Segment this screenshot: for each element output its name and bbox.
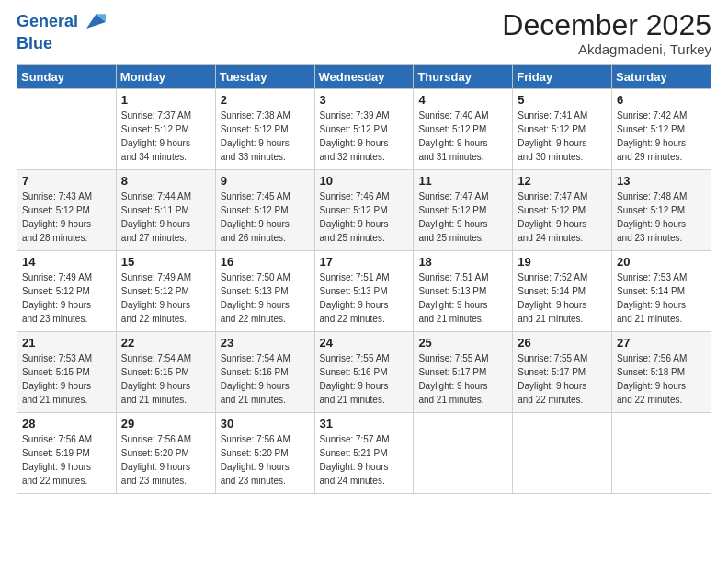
day-number: 2 [221, 93, 310, 107]
col-sunday: Sunday [17, 65, 117, 89]
day-info: Sunrise: 7:56 AMSunset: 5:19 PMDaylight:… [22, 432, 111, 488]
header-row: Sunday Monday Tuesday Wednesday Thursday… [17, 65, 711, 89]
table-row [612, 413, 711, 494]
day-info: Sunrise: 7:48 AMSunset: 5:12 PMDaylight:… [617, 190, 706, 245]
day-info: Sunrise: 7:51 AMSunset: 5:13 PMDaylight:… [418, 270, 507, 326]
day-info: Sunrise: 7:43 AMSunset: 5:12 PMDaylight:… [22, 190, 111, 245]
day-number: 8 [121, 174, 210, 188]
day-number: 14 [22, 255, 111, 269]
week-row-3: 21Sunrise: 7:53 AMSunset: 5:15 PMDayligh… [17, 332, 711, 413]
day-number: 25 [418, 336, 507, 350]
table-row: 16Sunrise: 7:50 AMSunset: 5:13 PMDayligh… [215, 251, 314, 332]
table-row: 24Sunrise: 7:55 AMSunset: 5:16 PMDayligh… [314, 332, 414, 413]
table-row: 27Sunrise: 7:56 AMSunset: 5:18 PMDayligh… [612, 332, 711, 413]
day-info: Sunrise: 7:55 AMSunset: 5:16 PMDaylight:… [320, 351, 409, 407]
day-info: Sunrise: 7:38 AMSunset: 5:12 PMDaylight:… [221, 109, 310, 164]
col-monday: Monday [116, 65, 215, 89]
table-row: 20Sunrise: 7:53 AMSunset: 5:14 PMDayligh… [612, 251, 711, 332]
day-info: Sunrise: 7:56 AMSunset: 5:20 PMDaylight:… [221, 432, 310, 488]
day-number: 27 [617, 336, 706, 350]
col-tuesday: Tuesday [215, 65, 314, 89]
day-number: 16 [221, 255, 310, 269]
day-number: 9 [221, 174, 310, 188]
table-row: 31Sunrise: 7:57 AMSunset: 5:21 PMDayligh… [314, 413, 414, 494]
table-row: 23Sunrise: 7:54 AMSunset: 5:16 PMDayligh… [215, 332, 314, 413]
day-number: 15 [121, 255, 210, 269]
day-number: 26 [518, 336, 607, 350]
day-number: 13 [617, 174, 706, 188]
day-number: 1 [121, 93, 210, 107]
table-row: 29Sunrise: 7:56 AMSunset: 5:20 PMDayligh… [116, 413, 215, 494]
table-row: 21Sunrise: 7:53 AMSunset: 5:15 PMDayligh… [17, 332, 117, 413]
table-row: 1Sunrise: 7:37 AMSunset: 5:12 PMDaylight… [116, 89, 215, 170]
day-number: 30 [221, 417, 310, 431]
table-row: 4Sunrise: 7:40 AMSunset: 5:12 PMDaylight… [414, 89, 513, 170]
day-number: 20 [617, 255, 706, 269]
day-info: Sunrise: 7:55 AMSunset: 5:17 PMDaylight:… [518, 351, 607, 407]
day-number: 19 [518, 255, 607, 269]
table-row [414, 413, 513, 494]
table-row: 25Sunrise: 7:55 AMSunset: 5:17 PMDayligh… [414, 332, 513, 413]
table-row: 15Sunrise: 7:49 AMSunset: 5:12 PMDayligh… [116, 251, 215, 332]
logo-text-blue: Blue [17, 35, 52, 53]
col-friday: Friday [513, 65, 612, 89]
table-row: 13Sunrise: 7:48 AMSunset: 5:12 PMDayligh… [612, 170, 711, 251]
table-row: 12Sunrise: 7:47 AMSunset: 5:12 PMDayligh… [513, 170, 612, 251]
day-number: 7 [22, 174, 111, 188]
table-row: 18Sunrise: 7:51 AMSunset: 5:13 PMDayligh… [414, 251, 513, 332]
day-number: 11 [418, 174, 507, 188]
title-block: December 2025 Akdagmadeni, Turkey [502, 9, 711, 57]
day-info: Sunrise: 7:53 AMSunset: 5:14 PMDaylight:… [617, 270, 706, 326]
table-row: 10Sunrise: 7:46 AMSunset: 5:12 PMDayligh… [314, 170, 414, 251]
day-number: 5 [518, 93, 607, 107]
day-info: Sunrise: 7:40 AMSunset: 5:12 PMDaylight:… [418, 109, 507, 164]
page: General Blue December 2025 Akdagmadeni, … [0, 0, 728, 563]
week-row-2: 14Sunrise: 7:49 AMSunset: 5:12 PMDayligh… [17, 251, 711, 332]
day-info: Sunrise: 7:45 AMSunset: 5:12 PMDaylight:… [221, 190, 310, 245]
table-row [17, 89, 117, 170]
day-info: Sunrise: 7:42 AMSunset: 5:12 PMDaylight:… [617, 109, 706, 164]
table-row: 26Sunrise: 7:55 AMSunset: 5:17 PMDayligh… [513, 332, 612, 413]
week-row-4: 28Sunrise: 7:56 AMSunset: 5:19 PMDayligh… [17, 413, 711, 494]
col-saturday: Saturday [612, 65, 711, 89]
day-number: 29 [121, 417, 210, 431]
calendar-table: Sunday Monday Tuesday Wednesday Thursday… [17, 64, 711, 494]
day-info: Sunrise: 7:49 AMSunset: 5:12 PMDaylight:… [22, 270, 111, 326]
day-number: 31 [320, 417, 409, 431]
week-row-0: 1Sunrise: 7:37 AMSunset: 5:12 PMDaylight… [17, 89, 711, 170]
day-info: Sunrise: 7:54 AMSunset: 5:16 PMDaylight:… [221, 351, 310, 407]
table-row: 8Sunrise: 7:44 AMSunset: 5:11 PMDaylight… [116, 170, 215, 251]
day-number: 21 [22, 336, 111, 350]
table-row: 2Sunrise: 7:38 AMSunset: 5:12 PMDaylight… [215, 89, 314, 170]
table-row: 17Sunrise: 7:51 AMSunset: 5:13 PMDayligh… [314, 251, 414, 332]
table-row [513, 413, 612, 494]
month-title: December 2025 [502, 9, 711, 41]
day-info: Sunrise: 7:50 AMSunset: 5:13 PMDaylight:… [221, 270, 310, 326]
day-info: Sunrise: 7:47 AMSunset: 5:12 PMDaylight:… [518, 190, 607, 245]
table-row: 3Sunrise: 7:39 AMSunset: 5:12 PMDaylight… [314, 89, 414, 170]
day-number: 12 [518, 174, 607, 188]
logo-icon [80, 9, 106, 35]
day-info: Sunrise: 7:56 AMSunset: 5:20 PMDaylight:… [121, 432, 210, 488]
col-thursday: Thursday [414, 65, 513, 89]
table-row: 14Sunrise: 7:49 AMSunset: 5:12 PMDayligh… [17, 251, 117, 332]
col-wednesday: Wednesday [314, 65, 414, 89]
day-info: Sunrise: 7:57 AMSunset: 5:21 PMDaylight:… [320, 432, 409, 488]
day-info: Sunrise: 7:56 AMSunset: 5:18 PMDaylight:… [617, 351, 706, 407]
day-info: Sunrise: 7:53 AMSunset: 5:15 PMDaylight:… [22, 351, 111, 407]
table-row: 19Sunrise: 7:52 AMSunset: 5:14 PMDayligh… [513, 251, 612, 332]
logo: General Blue [17, 9, 106, 53]
day-info: Sunrise: 7:37 AMSunset: 5:12 PMDaylight:… [121, 109, 210, 164]
table-row: 6Sunrise: 7:42 AMSunset: 5:12 PMDaylight… [612, 89, 711, 170]
table-row: 28Sunrise: 7:56 AMSunset: 5:19 PMDayligh… [17, 413, 117, 494]
day-info: Sunrise: 7:47 AMSunset: 5:12 PMDaylight:… [418, 190, 507, 245]
day-info: Sunrise: 7:55 AMSunset: 5:17 PMDaylight:… [418, 351, 507, 407]
day-number: 6 [617, 93, 706, 107]
day-info: Sunrise: 7:51 AMSunset: 5:13 PMDaylight:… [320, 270, 409, 326]
table-row: 5Sunrise: 7:41 AMSunset: 5:12 PMDaylight… [513, 89, 612, 170]
table-row: 9Sunrise: 7:45 AMSunset: 5:12 PMDaylight… [215, 170, 314, 251]
table-row: 30Sunrise: 7:56 AMSunset: 5:20 PMDayligh… [215, 413, 314, 494]
day-number: 10 [320, 174, 409, 188]
day-number: 4 [418, 93, 507, 107]
day-number: 24 [320, 336, 409, 350]
